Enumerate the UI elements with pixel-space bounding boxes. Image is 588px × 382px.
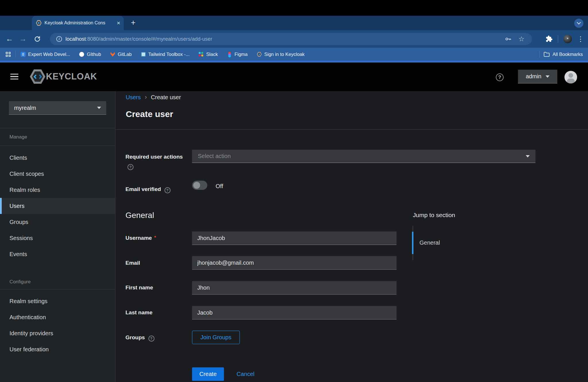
sidebar-item-sessions[interactable]: Sessions (0, 230, 115, 246)
tab-close-icon[interactable]: × (117, 20, 120, 26)
browser-toolbar: ← → i localhost:8080/admin/master/consol… (0, 30, 588, 48)
sidebar: myrealm Manage Clients Client scopes Rea… (0, 91, 115, 382)
chevron-down-icon (577, 20, 581, 24)
reload-icon (34, 36, 41, 42)
email-label: Email (125, 260, 140, 266)
bookmarks-separator (15, 51, 16, 58)
main-content: Users › Create user Create user Required… (116, 91, 588, 382)
email-input[interactable] (192, 256, 396, 270)
sidebar-item-clients[interactable]: Clients (0, 150, 115, 166)
bookmarks-bar: [] Expert Web Devel... GIthub GitLab Tai… (0, 48, 588, 61)
page-title: Create user (126, 109, 173, 119)
help-icon[interactable]: ? (496, 73, 504, 81)
browser-profile-avatar[interactable]: * (563, 35, 572, 43)
back-button[interactable]: ← (4, 30, 15, 48)
tab-search-button[interactable] (574, 19, 583, 28)
screen: Keycloak Administration Cons × + ← → i l… (0, 0, 588, 382)
last-name-label: Last name (125, 309, 152, 316)
bookmark-tailwind[interactable]: Tailwind Toolbox -... (141, 52, 190, 57)
reload-button[interactable] (32, 30, 43, 48)
apps-grid-icon[interactable] (6, 52, 11, 57)
bookmark-star-icon[interactable]: ☆ (518, 35, 525, 43)
jump-active-indicator (412, 232, 413, 254)
user-avatar[interactable] (564, 71, 577, 83)
username-label: Username* (125, 235, 156, 241)
breadcrumb-users-link[interactable]: Users (126, 94, 141, 101)
required-actions-label: Required user actions (125, 154, 183, 160)
create-button[interactable]: Create (192, 367, 224, 381)
jump-item-general[interactable]: General (419, 239, 440, 246)
required-asterisk: * (154, 235, 156, 240)
caret-down-icon (97, 107, 101, 109)
email-verified-help-icon[interactable]: ? (165, 187, 171, 193)
all-bookmarks-button[interactable]: All Bookmarks (539, 51, 583, 58)
sidebar-item-authentication[interactable]: Authentication (0, 309, 115, 325)
realm-selector[interactable]: myrealm (9, 101, 106, 115)
first-name-input[interactable] (192, 281, 396, 295)
figma-icon (227, 52, 232, 57)
email-verified-label: Email verified? (125, 186, 171, 193)
groups-label: Groups? (125, 334, 154, 341)
sidebar-item-realm-roles[interactable]: Realm roles (0, 182, 115, 198)
required-actions-select[interactable]: Select action (192, 150, 535, 163)
join-groups-button[interactable]: Join Groups (192, 331, 240, 344)
sidebar-item-realm-settings[interactable]: Realm settings (0, 293, 115, 309)
slack-icon (199, 52, 204, 57)
sidebar-item-groups[interactable]: Groups (0, 214, 115, 230)
sidebar-item-identity-providers[interactable]: Identity providers (0, 325, 115, 341)
nav-toggle-hamburger-icon[interactable] (10, 72, 20, 81)
keycloak-logo-icon (30, 69, 45, 84)
general-section-heading: General (125, 211, 154, 220)
new-tab-button[interactable]: + (128, 17, 138, 28)
site-info-icon[interactable]: i (56, 36, 62, 42)
sidebar-item-users[interactable]: Users (0, 198, 115, 214)
url-text: localhost:8080/admin/master/console/#/my… (65, 36, 212, 42)
keycloak-icon (257, 52, 262, 57)
bookmark-expert-web-dev[interactable]: [] Expert Web Devel... (21, 52, 70, 57)
breadcrumb-separator-icon: › (145, 93, 147, 101)
sidebar-item-client-scopes[interactable]: Client scopes (0, 166, 115, 182)
cancel-link[interactable]: Cancel (237, 371, 254, 377)
toolbar-separator (558, 35, 558, 43)
browser-menu-icon[interactable]: ⋮ (577, 35, 584, 43)
keycloak-brand[interactable]: KEYCLOAK (30, 69, 97, 84)
password-key-icon[interactable] (504, 35, 512, 43)
caret-down-icon (546, 75, 550, 78)
breadcrumb-current: Create user (151, 94, 181, 101)
forward-button[interactable]: → (17, 30, 29, 48)
email-verified-state: Off (216, 183, 223, 190)
section-label-manage: Manage (9, 134, 27, 140)
masthead: KEYCLOAK ? admin (0, 63, 588, 91)
required-actions-help-icon[interactable]: ? (127, 164, 134, 170)
last-name-input[interactable] (192, 306, 396, 319)
tab-strip: Keycloak Administration Cons × + (0, 16, 588, 30)
toggle-knob (193, 182, 200, 189)
section-label-configure: Configure (9, 279, 31, 285)
username-input[interactable] (192, 231, 396, 245)
address-bar[interactable]: i localhost:8080/admin/master/console/#/… (50, 33, 532, 45)
extensions-icon[interactable] (546, 35, 553, 42)
groups-help-icon[interactable]: ? (148, 336, 154, 342)
browser-tab-keycloak[interactable]: Keycloak Administration Cons × (32, 16, 124, 30)
jump-to-section-title: Jump to section (413, 212, 455, 219)
breadcrumb: Users › Create user (126, 93, 181, 101)
bookmark-github[interactable]: GIthub (79, 52, 101, 57)
email-verified-toggle[interactable] (192, 181, 207, 190)
keycloak-favicon-icon (36, 20, 42, 26)
title-divider (116, 129, 588, 130)
sidebar-item-events[interactable]: Events (0, 246, 115, 262)
bookmark-keycloak[interactable]: Sign in to Keycloak (257, 52, 304, 57)
tailwind-icon (141, 52, 146, 57)
bookmark-gitlab[interactable]: GitLab (110, 52, 132, 57)
user-menu-dropdown[interactable]: admin (518, 70, 557, 83)
folder-icon (543, 52, 550, 57)
caret-down-icon (526, 155, 530, 157)
gitlab-icon (110, 52, 115, 57)
sidebar-item-user-federation[interactable]: User federation (0, 341, 115, 357)
bookmark-slack[interactable]: Slack (199, 52, 218, 57)
window-top-strip (0, 0, 588, 16)
expert-web-dev-icon: [] (21, 52, 26, 57)
bookmark-figma[interactable]: Figma (227, 52, 248, 57)
all-bookmarks-separator (539, 51, 539, 58)
brand-wordmark: KEYCLOAK (46, 71, 97, 82)
